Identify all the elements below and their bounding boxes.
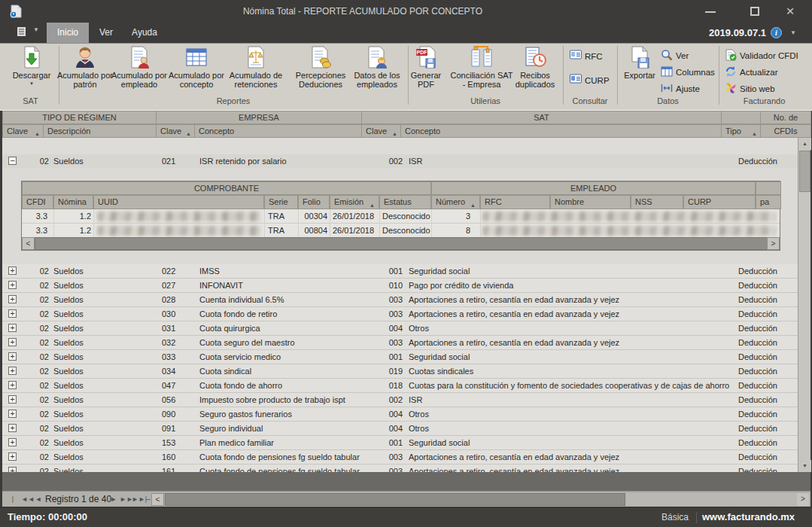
cell-regimen-clave: 02	[16, 379, 49, 392]
column-header-clave-sat[interactable]: Clave▲	[361, 124, 401, 138]
acumulado-patron-button[interactable]: Acumulado por patrón	[55, 45, 115, 95]
conciliacion-button[interactable]: Conciliación SAT - Empresa	[450, 45, 513, 95]
actualizar-button[interactable]: Actualizar	[725, 65, 778, 79]
table-row[interactable]: +02Sueldos031Cuota quirurgica004OtrosDed…	[2, 321, 798, 336]
table-row[interactable]: +02Sueldos027INFONAVIT010Pago por crédit…	[2, 279, 798, 293]
validador-cfdi-button[interactable]: Validador CFDI	[725, 49, 798, 62]
detail-col-serie[interactable]: Serie	[264, 195, 298, 209]
detail-col-emision[interactable]: Emisión▲	[330, 195, 379, 209]
scroll-left-button[interactable]: <	[151, 493, 164, 506]
detail-col-folio[interactable]: Folio	[298, 195, 330, 209]
rfc-button[interactable]: RFC	[570, 50, 603, 63]
detail-col-cfdi[interactable]: CFDI	[22, 195, 53, 209]
delete-record-button[interactable]: −	[145, 494, 151, 505]
close-button[interactable]: ×	[783, 2, 798, 20]
tab-ayuda[interactable]: Ayuda	[123, 23, 166, 43]
detail-col-nss[interactable]: NSS	[631, 195, 683, 209]
prev-page-button[interactable]: ◄◄	[21, 494, 32, 505]
band-sat[interactable]: SAT	[361, 111, 722, 124]
table-row[interactable]: +02Sueldos090Seguro gastos funerarios004…	[2, 407, 798, 422]
scroll-right-button[interactable]: >	[797, 493, 809, 506]
detail-col-estatus[interactable]: Estatus	[379, 195, 431, 209]
detail-band-comprobante[interactable]: COMPROBANTE	[22, 181, 431, 195]
vertical-scrollbar-thumb[interactable]	[799, 151, 810, 192]
table-row[interactable]: +02Sueldos034Cuota sindical019Cuotas sin…	[2, 364, 798, 379]
column-header-concepto-sat[interactable]: Concepto	[400, 124, 722, 138]
tab-inicio[interactable]: Inicio	[47, 23, 89, 43]
detail-col-uuid[interactable]: UUID	[93, 195, 264, 209]
detail-col-rfc[interactable]: RFC	[480, 195, 550, 209]
sitio-web-button[interactable]: Sitio web	[725, 82, 775, 96]
table-row[interactable]: +02Sueldos153Plan medico familiar001Segu…	[2, 436, 798, 450]
column-header-concepto-empresa[interactable]: Concepto	[194, 124, 362, 138]
band-no-de[interactable]: No. de	[760, 111, 811, 124]
percepciones-deduciones-button[interactable]: Percepciones Deduciones	[290, 45, 351, 95]
chevron-down-icon[interactable]: ▼	[790, 29, 796, 36]
table-row[interactable]: +02Sueldos032Cuota seguro del maestro003…	[2, 336, 798, 350]
cell-empresa-concepto: Cuota fondo de pensiones fg sueldo tabul…	[199, 450, 360, 464]
table-row[interactable]: +02Sueldos160Cuota fondo de pensiones fg…	[2, 450, 798, 465]
table-row[interactable]: +02Sueldos056Impuesto sobre producto de …	[2, 393, 798, 407]
table-row[interactable]: +02Sueldos033Cuota servicio medico001Seg…	[2, 350, 798, 364]
table-row[interactable]: +02Sueldos022IMSS001Seguridad socialDedu…	[2, 264, 798, 279]
detail-col-numero[interactable]: Número▲	[431, 195, 480, 209]
scroll-down-icon[interactable]: ▼	[798, 460, 811, 472]
horizontal-scrollbar-track[interactable]	[625, 493, 797, 506]
column-header-cfdis[interactable]: CFDIs	[760, 124, 811, 138]
table-row[interactable]: +02Sueldos030Cuota fondo de retiro003Apo…	[2, 307, 798, 321]
vertical-scrollbar[interactable]: ▲ ▼	[798, 138, 810, 472]
prev-record-button[interactable]: ◄	[35, 494, 42, 505]
table-row[interactable]: +02Sueldos161Cuota fondo de pensiones fg…	[2, 465, 798, 472]
band-tipo-regimen[interactable]: TIPO DE RÉGIMEN	[2, 111, 157, 124]
cell-regimen-clave: 02	[16, 393, 49, 407]
acumulado-concepto-button[interactable]: Acumulado por concepto	[166, 45, 227, 95]
detail-band-empleado[interactable]: EMPLEADO	[431, 181, 756, 195]
table-row[interactable]: +02Sueldos047Cuota fondo de ahorro018Cuo…	[2, 379, 798, 393]
sort-asc-icon: ▲	[35, 128, 40, 138]
minimize-button[interactable]	[705, 11, 716, 13]
next-record-button[interactable]: ►	[110, 494, 117, 505]
curp-button[interactable]: CURP	[570, 74, 610, 87]
scroll-up-icon[interactable]: ▲	[798, 138, 811, 150]
cell-empresa-clave: 153	[162, 436, 175, 449]
scroll-left-button[interactable]: <	[22, 237, 35, 250]
acumulado-empleado-button[interactable]: Acumulado por empleado	[109, 45, 169, 95]
next-page-button[interactable]: ►►	[120, 494, 130, 505]
detail-table-row[interactable]: 3.31.2TRA0030426/01/2018Desconocido3	[22, 209, 780, 224]
detail-col-nombre[interactable]: Nombre	[550, 195, 631, 209]
horizontal-scrollbar-thumb[interactable]	[165, 493, 625, 506]
column-header-clave-empresa[interactable]: Clave▲	[156, 124, 195, 138]
columnas-button[interactable]: Columnas	[661, 65, 715, 79]
column-header-clave-regimen[interactable]: Clave▲	[2, 124, 44, 138]
table-row[interactable]: +02Sueldos028Cuenta individual 6.5%003Ap…	[2, 293, 798, 307]
detail-col-curp[interactable]: CURP	[683, 195, 756, 209]
acumulado-retenciones-button[interactable]: Acumulado de retenciones	[223, 45, 289, 95]
ajuste-button[interactable]: Ajuste	[661, 82, 700, 96]
band-empresa[interactable]: EMPRESA	[156, 111, 362, 124]
table-row[interactable]: +02Sueldos091Seguro individual004OtrosDe…	[2, 422, 798, 436]
recibos-duplicados-button[interactable]: Recibos duplicados	[512, 45, 558, 95]
cell-tipo: Deducción	[738, 350, 777, 364]
grid-rows: +02Sueldos022IMSS001Seguridad socialDedu…	[2, 264, 798, 472]
last-record-button[interactable]: ►►|	[132, 494, 144, 505]
exportar-button[interactable]: Exportar	[618, 45, 661, 95]
maximize-button[interactable]	[750, 7, 759, 16]
butterfly-logo-icon	[725, 82, 737, 94]
datos-empleados-button[interactable]: Datos de los empleados	[348, 45, 406, 95]
first-record-button[interactable]: |◄◄	[7, 494, 19, 505]
scroll-right-button[interactable]: >	[767, 237, 780, 250]
descargar-button[interactable]: Descargar ▼	[9, 45, 54, 95]
cell-empresa-clave: 047	[162, 379, 175, 392]
detail-table-row[interactable]: 3.31.2TRA0080426/01/2018Desconocido8	[22, 224, 780, 238]
generar-pdf-button[interactable]: PDF Generar PDF	[402, 45, 450, 95]
column-header-tipo[interactable]: Tipo▲	[721, 124, 761, 138]
info-icon[interactable]: i	[771, 27, 782, 38]
ver-button[interactable]: Ver	[661, 49, 689, 62]
website-label[interactable]: www.facturando.mx	[702, 507, 786, 527]
tab-ver[interactable]: Ver	[90, 23, 122, 43]
horizontal-scrollbar-thumb[interactable]	[35, 237, 768, 250]
detail-col-nomina[interactable]: Nómina	[53, 195, 93, 209]
detail-col-pa[interactable]: pa	[756, 195, 781, 209]
table-row-expanded[interactable]: − 02 Sueldos 021 ISR retenido por salari…	[2, 154, 798, 169]
column-header-descripcion[interactable]: Descripción	[43, 124, 157, 138]
